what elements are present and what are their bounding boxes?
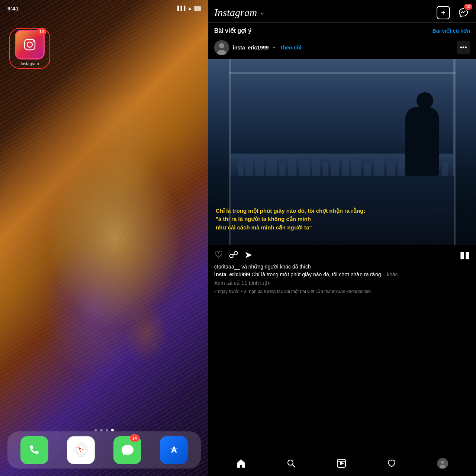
post-header: insta_eric1999 • Theo dõi ••• ➞: [208, 37, 476, 59]
svg-marker-16: [340, 461, 344, 465]
follow-button[interactable]: Theo dõi: [280, 45, 301, 51]
dock: 14 A: [7, 431, 201, 469]
appstore-svg: A: [167, 443, 181, 457]
profile-avatar: [438, 459, 447, 468]
heart-icon: [387, 459, 396, 468]
page-dot-3: [106, 429, 108, 431]
bookmark-button[interactable]: ▮▮: [460, 249, 470, 261]
app-grid: 10 Instagram: [11, 30, 193, 67]
likes-text: ctpritaaa__ và những người khác đã thích: [214, 264, 311, 270]
search-icon: [286, 459, 296, 468]
ig-header-icons: + 10: [437, 6, 470, 19]
instagram-badge: 10: [37, 28, 46, 35]
phone-dock-icon[interactable]: [20, 436, 48, 464]
caption-more[interactable]: khác: [387, 271, 398, 277]
instagram-svg: [22, 36, 38, 53]
post-image: Chỉ là trong một phút giây nào đó, tôi c…: [208, 59, 476, 245]
reels-icon: [337, 459, 346, 468]
search-nav-button[interactable]: [286, 459, 296, 468]
more-dots-icon: •••: [460, 44, 467, 52]
share-button[interactable]: ➤: [244, 249, 253, 261]
post-avatar[interactable]: [214, 40, 229, 55]
page-dot-1: [94, 429, 97, 431]
phone-svg: [27, 443, 42, 457]
messenger-badge: 10: [463, 3, 473, 10]
battery-icon: ▓▓: [194, 6, 201, 11]
post-actions-left: ♡ ☍ ➤: [214, 249, 253, 261]
svg-text:A: A: [171, 445, 177, 454]
avatar-svg: [214, 40, 229, 55]
svg-point-19: [441, 461, 444, 464]
like-button[interactable]: ♡: [214, 249, 223, 261]
page-dots: [0, 429, 208, 431]
post-comments-link[interactable]: Xem tất cả 11 bình luận: [208, 280, 476, 287]
safari-dock-icon[interactable]: [67, 436, 95, 464]
svg-line-14: [292, 464, 295, 467]
add-post-button[interactable]: +: [437, 6, 450, 19]
post-likes: ctpritaaa__ và những người khác đã thích: [208, 264, 476, 271]
comments-text: Xem tất cả 11 bình luận: [214, 280, 271, 286]
add-icon: +: [441, 9, 446, 17]
ig-logo[interactable]: Instagram ⌄: [214, 7, 264, 19]
separator: •: [273, 44, 276, 51]
wifi-icon: ▲: [188, 6, 192, 11]
status-time: 9:41: [7, 5, 19, 12]
suggested-title: Bài viết gợi ý: [214, 27, 251, 34]
home-nav-button[interactable]: [236, 459, 246, 468]
instagram-label: Instagram: [21, 61, 39, 66]
post-user-info: insta_eric1999 • Theo dõi: [233, 44, 457, 51]
bottom-nav: [208, 450, 476, 476]
ig-logo-text: Instagram: [214, 7, 257, 19]
post-more-button[interactable]: •••: [457, 41, 470, 54]
appstore-dock-icon[interactable]: A: [160, 436, 188, 464]
heart-nav-button[interactable]: [387, 459, 396, 468]
post-quote: Chỉ là trong một phút giây nào đó, tôi c…: [216, 207, 469, 232]
messages-dock-icon[interactable]: 14: [113, 436, 141, 464]
right-panel: Instagram ⌄ + 10 Bài viết gợi ý Bài viết…: [208, 0, 476, 476]
instagram-app-icon[interactable]: 10 Instagram: [11, 30, 48, 67]
status-bar: 9:41 ▐▐▐ ▲ ▓▓: [0, 0, 208, 16]
page-dot-2: [100, 429, 103, 431]
caption-username[interactable]: insta_eric1999: [214, 271, 250, 277]
window-bar-top: [229, 72, 456, 74]
signal-icon: ▐▐▐: [176, 6, 186, 11]
page-dot-4: [111, 429, 114, 431]
messages-svg: [120, 443, 135, 457]
comment-button[interactable]: ☍: [229, 249, 238, 261]
post-timestamp: 2 ngày trước • Vì bạn đã tương tác với m…: [208, 287, 476, 297]
reels-nav-button[interactable]: [337, 459, 346, 468]
wallpaper: [0, 0, 208, 476]
post-actions: ♡ ☍ ➤ ▮▮: [208, 245, 476, 264]
left-panel: 9:41 ▐▐▐ ▲ ▓▓ 10 Instagram: [0, 0, 208, 476]
messenger-button[interactable]: 10: [457, 6, 470, 19]
timestamp-text: 2 ngày trước: [214, 289, 239, 294]
interaction-note: • Vì bạn đã tương tác với một bài viết c…: [241, 289, 372, 294]
svg-point-11: [219, 43, 224, 48]
home-icon: [236, 459, 246, 468]
post-caption: insta_eric1999 Chỉ là trong một phút giâ…: [208, 271, 476, 280]
svg-point-2: [33, 41, 34, 42]
older-posts-link[interactable]: Bài viết cũ hơn: [432, 28, 470, 34]
person-silhouette: [405, 92, 439, 176]
safari-svg: [74, 443, 89, 457]
ig-header: Instagram ⌄ + 10: [208, 0, 476, 23]
post-text-overlay: Chỉ là trong một phút giây nào đó, tôi c…: [208, 201, 476, 238]
ig-logo-chevron: ⌄: [260, 10, 264, 16]
post-username[interactable]: insta_eric1999: [233, 45, 269, 51]
status-icons: ▐▐▐ ▲ ▓▓: [176, 6, 201, 11]
profile-nav-button[interactable]: [437, 458, 448, 469]
suggested-bar: Bài viết gợi ý Bài viết cũ hơn: [208, 23, 476, 37]
caption-text: Chỉ là trong một phút giây nào đó, tôi c…: [251, 271, 387, 277]
messages-badge: 14: [130, 434, 139, 442]
svg-point-1: [27, 42, 32, 47]
